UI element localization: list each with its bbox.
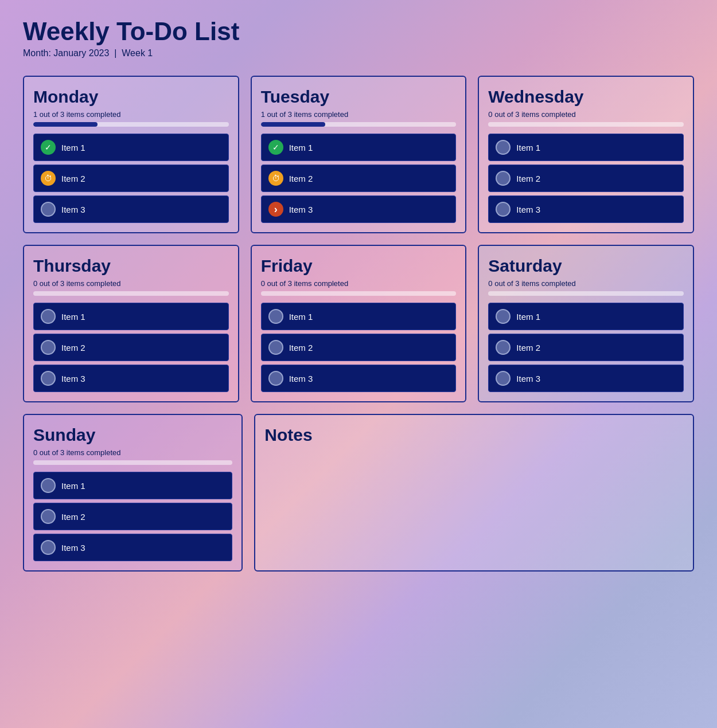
wednesday-item-2[interactable]: Item 2: [488, 165, 684, 192]
saturday-item-1-icon: [496, 309, 511, 324]
sunday-item-1-label: Item 1: [61, 481, 85, 491]
saturday-completion: 0 out of 3 items completed: [488, 279, 684, 288]
thursday-title: Thursday: [33, 256, 229, 276]
saturday-item-2-icon: [496, 340, 511, 355]
monday-progress-fill: [33, 122, 98, 127]
sunday-item-2-icon: [41, 509, 56, 524]
saturday-item-2[interactable]: Item 2: [488, 334, 684, 361]
wednesday-item-3[interactable]: Item 3: [488, 195, 684, 223]
monday-item-1-icon: ✓: [41, 140, 56, 155]
sunday-completion: 0 out of 3 items completed: [33, 448, 232, 457]
saturday-item-3[interactable]: Item 3: [488, 365, 684, 392]
monday-progress-bg: [33, 122, 229, 127]
thursday-item-2[interactable]: Item 2: [33, 334, 229, 361]
tuesday-item-3-icon: ›: [268, 202, 283, 217]
wednesday-title: Wednesday: [488, 87, 684, 107]
sunday-item-3-icon: [41, 540, 56, 555]
tuesday-title: Tuesday: [261, 87, 457, 107]
tuesday-item-3-label: Item 3: [289, 205, 313, 214]
friday-item-3-label: Item 3: [289, 374, 313, 383]
sunday-item-1-icon: [41, 478, 56, 493]
notes-card: Notes: [254, 414, 694, 572]
friday-completion: 0 out of 3 items completed: [261, 279, 457, 288]
thursday-item-2-icon: [41, 340, 56, 355]
separator: |: [112, 48, 122, 58]
sunday-item-2[interactable]: Item 2: [33, 503, 232, 530]
tuesday-progress-fill: [261, 122, 325, 127]
friday-item-1-icon: [268, 309, 283, 324]
month-label: Month: January 2023: [23, 48, 109, 58]
tuesday-item-1[interactable]: ✓ Item 1: [261, 134, 457, 161]
thursday-item-3-label: Item 3: [61, 374, 85, 383]
sunday-card: Sunday 0 out of 3 items completed Item 1…: [23, 414, 243, 572]
tuesday-completion: 1 out of 3 items completed: [261, 110, 457, 119]
saturday-item-1-label: Item 1: [516, 312, 540, 322]
saturday-item-3-icon: [496, 371, 511, 386]
saturday-progress-bg: [488, 291, 684, 296]
friday-title: Friday: [261, 256, 457, 276]
friday-item-2-icon: [268, 340, 283, 355]
thursday-item-1[interactable]: Item 1: [33, 303, 229, 330]
monday-item-2[interactable]: ⏱ Item 2: [33, 165, 229, 192]
wednesday-completion: 0 out of 3 items completed: [488, 110, 684, 119]
friday-progress-bg: [261, 291, 457, 296]
tuesday-item-3[interactable]: › Item 3: [261, 195, 457, 223]
tuesday-item-2-icon: ⏱: [268, 171, 283, 186]
sunday-progress-bg: [33, 460, 232, 465]
friday-item-2[interactable]: Item 2: [261, 334, 457, 361]
wednesday-item-3-icon: [496, 202, 511, 217]
monday-card: Monday 1 out of 3 items completed ✓ Item…: [23, 76, 239, 233]
page-title: Weekly To-Do List: [23, 17, 694, 46]
tuesday-item-1-label: Item 1: [289, 143, 313, 152]
friday-item-3-icon: [268, 371, 283, 386]
sunday-title: Sunday: [33, 425, 232, 445]
saturday-title: Saturday: [488, 256, 684, 276]
tuesday-item-1-icon: ✓: [268, 140, 283, 155]
thursday-completion: 0 out of 3 items completed: [33, 279, 229, 288]
monday-item-3-icon: [41, 202, 56, 217]
saturday-item-2-label: Item 2: [516, 343, 540, 353]
wednesday-card: Wednesday 0 out of 3 items completed Ite…: [478, 76, 694, 233]
sunday-item-2-label: Item 2: [61, 512, 85, 522]
thursday-progress-bg: [33, 291, 229, 296]
row-1: Monday 1 out of 3 items completed ✓ Item…: [23, 76, 694, 233]
week-label: Week 1: [122, 48, 153, 58]
wednesday-progress-bg: [488, 122, 684, 127]
thursday-item-1-label: Item 1: [61, 312, 85, 322]
wednesday-item-1-icon: [496, 140, 511, 155]
monday-completion: 1 out of 3 items completed: [33, 110, 229, 119]
thursday-item-1-icon: [41, 309, 56, 324]
monday-item-3[interactable]: Item 3: [33, 195, 229, 223]
saturday-item-1[interactable]: Item 1: [488, 303, 684, 330]
friday-item-2-label: Item 2: [289, 343, 313, 353]
monday-title: Monday: [33, 87, 229, 107]
row-2: Thursday 0 out of 3 items completed Item…: [23, 245, 694, 402]
friday-card: Friday 0 out of 3 items completed Item 1…: [251, 245, 467, 402]
thursday-item-3-icon: [41, 371, 56, 386]
monday-item-1[interactable]: ✓ Item 1: [33, 134, 229, 161]
notes-title: Notes: [264, 425, 684, 445]
page-subtitle: Month: January 2023 | Week 1: [23, 48, 694, 58]
sunday-item-3[interactable]: Item 3: [33, 534, 232, 561]
saturday-item-3-label: Item 3: [516, 374, 540, 383]
thursday-item-3[interactable]: Item 3: [33, 365, 229, 392]
wednesday-item-2-label: Item 2: [516, 174, 540, 183]
wednesday-item-2-icon: [496, 171, 511, 186]
sunday-item-3-label: Item 3: [61, 543, 85, 553]
friday-item-1[interactable]: Item 1: [261, 303, 457, 330]
tuesday-progress-bg: [261, 122, 457, 127]
monday-item-3-label: Item 3: [61, 205, 85, 214]
sunday-item-1[interactable]: Item 1: [33, 472, 232, 499]
wednesday-item-1-label: Item 1: [516, 143, 540, 152]
wednesday-item-3-label: Item 3: [516, 205, 540, 214]
tuesday-item-2[interactable]: ⏱ Item 2: [261, 165, 457, 192]
wednesday-item-1[interactable]: Item 1: [488, 134, 684, 161]
thursday-item-2-label: Item 2: [61, 343, 85, 353]
monday-item-2-label: Item 2: [61, 174, 85, 183]
tuesday-item-2-label: Item 2: [289, 174, 313, 183]
tuesday-card: Tuesday 1 out of 3 items completed ✓ Ite…: [251, 76, 467, 233]
monday-item-1-label: Item 1: [61, 143, 85, 152]
thursday-card: Thursday 0 out of 3 items completed Item…: [23, 245, 239, 402]
saturday-card: Saturday 0 out of 3 items completed Item…: [478, 245, 694, 402]
friday-item-3[interactable]: Item 3: [261, 365, 457, 392]
